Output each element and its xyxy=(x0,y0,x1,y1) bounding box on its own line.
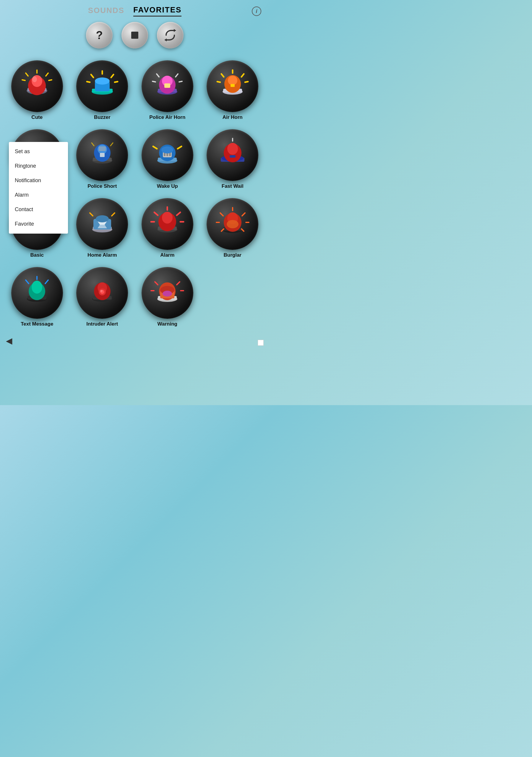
repeat-button[interactable] xyxy=(157,22,184,48)
info-button[interactable]: i xyxy=(252,7,261,16)
buzzer-label: Buzzer xyxy=(94,114,110,120)
svg-marker-2 xyxy=(164,39,167,42)
text-message-icon xyxy=(11,267,63,319)
svg-point-129 xyxy=(100,290,103,292)
svg-line-20 xyxy=(115,82,118,82)
svg-point-16 xyxy=(95,77,110,85)
stop-button[interactable] xyxy=(122,22,148,48)
svg-line-94 xyxy=(112,213,115,216)
svg-line-29 xyxy=(176,74,178,77)
sound-burglar[interactable]: Burglar xyxy=(202,195,264,261)
svg-marker-1 xyxy=(174,29,176,32)
svg-point-7 xyxy=(32,76,37,82)
svg-line-38 xyxy=(242,74,244,77)
svg-line-70 xyxy=(178,146,182,149)
svg-line-36 xyxy=(222,74,224,77)
svg-line-69 xyxy=(153,146,157,149)
sound-police-air-horn[interactable]: Police Air Horn xyxy=(136,57,199,123)
menu-favorite[interactable]: Favorite xyxy=(9,217,68,231)
wake-up-icon xyxy=(142,129,193,181)
warning-label: Warning xyxy=(158,321,177,327)
burglar-icon xyxy=(207,198,258,250)
sound-warning[interactable]: Warning xyxy=(136,264,199,330)
svg-line-10 xyxy=(46,73,48,76)
home-indicator xyxy=(258,340,264,346)
svg-line-9 xyxy=(22,80,25,80)
svg-line-110 xyxy=(242,213,245,216)
fast-wail-label: Fast Wail xyxy=(222,183,244,189)
home-alarm-label: Home Alarm xyxy=(87,252,117,258)
sound-wake-up[interactable]: Wake Up xyxy=(136,126,199,192)
tab-sounds[interactable]: SOUNDS xyxy=(88,6,124,16)
intruder-alert-label: Intruder Alert xyxy=(86,321,118,327)
menu-contact[interactable]: Contact xyxy=(9,202,68,217)
svg-line-109 xyxy=(220,213,223,216)
basic-label: Basic xyxy=(30,252,44,258)
sound-fast-wail[interactable]: Fast Wail xyxy=(202,126,264,192)
police-air-horn-label: Police Air Horn xyxy=(149,114,185,120)
svg-point-92 xyxy=(96,215,109,222)
svg-line-137 xyxy=(177,282,180,285)
police-air-horn-icon xyxy=(142,60,193,112)
svg-line-19 xyxy=(111,75,113,77)
svg-rect-0 xyxy=(131,32,138,39)
svg-line-120 xyxy=(26,280,29,284)
sound-alarm[interactable]: Alarm xyxy=(136,195,199,261)
question-button[interactable]: ? xyxy=(86,22,113,48)
svg-line-136 xyxy=(155,282,158,285)
burglar-label: Burglar xyxy=(224,252,242,258)
police-short-icon xyxy=(76,129,128,181)
air-horn-label: Air Horn xyxy=(222,114,243,120)
menu-ringtone[interactable]: Ringtone xyxy=(9,159,68,173)
controls-row: ? xyxy=(0,19,270,54)
tab-favorites[interactable]: FAVORITES xyxy=(133,5,182,16)
svg-line-18 xyxy=(87,82,90,82)
sound-police-short[interactable]: Police Short xyxy=(71,126,133,192)
menu-alarm[interactable]: Alarm xyxy=(9,188,68,202)
sound-home-alarm[interactable]: Home Alarm xyxy=(71,195,133,261)
svg-line-121 xyxy=(45,280,48,284)
svg-line-59 xyxy=(92,143,94,146)
air-horn-icon xyxy=(207,60,258,112)
svg-line-37 xyxy=(217,82,220,82)
sound-air-horn[interactable]: Air Horn xyxy=(202,57,264,123)
svg-line-100 xyxy=(177,212,180,215)
svg-point-119 xyxy=(32,281,42,294)
menu-notification[interactable]: Notification xyxy=(9,173,68,188)
wake-up-label: Wake Up xyxy=(157,183,178,189)
set-as-title: Set as xyxy=(9,144,68,159)
svg-line-99 xyxy=(154,212,158,215)
svg-point-108 xyxy=(227,220,239,228)
alarm-label: Alarm xyxy=(160,252,174,258)
intruder-alert-icon xyxy=(76,267,128,319)
svg-line-11 xyxy=(49,80,52,80)
svg-line-93 xyxy=(90,213,93,216)
bottom-nav: ◀ xyxy=(0,333,270,348)
svg-point-135 xyxy=(163,291,172,297)
sound-cute[interactable]: Cute xyxy=(6,57,68,123)
back-button[interactable]: ◀ xyxy=(6,336,13,346)
home-alarm-icon xyxy=(76,198,128,250)
svg-line-27 xyxy=(157,74,159,77)
svg-point-74 xyxy=(227,143,238,155)
svg-line-8 xyxy=(26,73,28,76)
svg-rect-75 xyxy=(230,155,236,158)
header: SOUNDS FAVORITES i xyxy=(0,0,270,19)
svg-point-34 xyxy=(228,76,237,85)
sound-text-message[interactable]: Text Message xyxy=(6,264,68,330)
svg-line-28 xyxy=(153,81,156,82)
sound-buzzer[interactable]: Buzzer xyxy=(71,57,133,123)
svg-line-30 xyxy=(179,81,182,82)
svg-rect-26 xyxy=(164,83,170,88)
svg-rect-57 xyxy=(100,153,104,157)
svg-point-68 xyxy=(162,146,173,153)
sound-intruder-alert[interactable]: Intruder Alert xyxy=(71,264,133,330)
cute-label: Cute xyxy=(31,114,43,120)
warning-icon xyxy=(142,267,193,319)
svg-line-39 xyxy=(245,82,248,82)
police-short-label: Police Short xyxy=(87,183,117,189)
fast-wail-icon xyxy=(207,129,258,181)
svg-line-17 xyxy=(91,75,93,77)
context-menu: Set as Ringtone Notification Alarm Conta… xyxy=(9,142,68,234)
cute-icon xyxy=(11,60,63,112)
